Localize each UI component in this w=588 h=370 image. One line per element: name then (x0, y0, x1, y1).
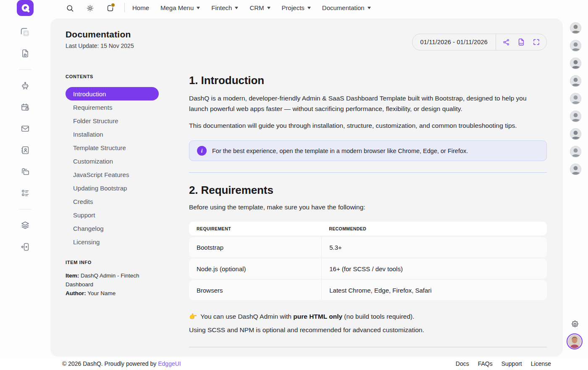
avatar-2[interactable] (570, 40, 582, 52)
robot-icon[interactable] (19, 80, 31, 92)
address-book-icon[interactable] (19, 144, 31, 156)
info-alert: i For the best experience, open the temp… (189, 140, 547, 161)
avatar-1[interactable] (570, 22, 582, 34)
last-update-text: Last Update: 15 Nov 2025 (66, 42, 134, 49)
footer-link-docs[interactable]: Docs (456, 360, 469, 367)
table-cell-requirement: Browsers (189, 280, 321, 300)
nav-item-label: Fintech (211, 4, 232, 11)
share-icon[interactable] (499, 34, 514, 50)
svg-text:PDF: PDF (520, 42, 523, 45)
chevron-down-icon (307, 7, 311, 9)
avatar-3[interactable] (570, 57, 582, 69)
author-label: Author: (66, 290, 86, 296)
footer-link-faqs[interactable]: FAQs (478, 360, 493, 367)
file-pdf-icon[interactable]: PDF (514, 34, 529, 50)
team-avatar-rail (570, 22, 582, 175)
nav-item-projects[interactable]: Projects (282, 4, 311, 11)
copyright-pre: © 2026 DashQ. Proudly powered by (62, 360, 158, 367)
nav-item-fintech[interactable]: Fintech (211, 4, 238, 11)
nav-item-label: Home (132, 4, 149, 11)
nav-item-mega-menu[interactable]: Mega Menu (160, 4, 200, 11)
left-icon-rail (0, 26, 50, 253)
item-label: Item: (66, 272, 79, 279)
note-pre: You can use DashQ Admin with (199, 313, 293, 320)
logo-q-icon (20, 3, 31, 14)
navbar-divider (124, 3, 125, 12)
section-1-title: 1. Introduction (189, 74, 547, 87)
current-user-avatar[interactable] (567, 333, 583, 349)
note-bold: pure HTML only (293, 313, 342, 320)
toc-item-installation[interactable]: Installation (66, 127, 159, 141)
avatar-5[interactable] (570, 92, 582, 105)
avatar-9[interactable] (570, 163, 582, 175)
table-body: Bootstrap5.3+Node.js (optional)16+ (for … (189, 237, 547, 300)
contents-label: CONTENTS (66, 74, 159, 79)
toc-item-introduction[interactable]: Introduction (66, 87, 159, 100)
nav-item-label: Mega Menu (160, 4, 194, 11)
main-nav: HomeMega MenuFintechCRMProjectsDocumenta… (132, 0, 371, 15)
contents-list: IntroductionRequirementsFolder Structure… (66, 87, 159, 248)
layers-icon[interactable] (19, 219, 31, 231)
table-row: Bootstrap5.3+ (189, 237, 547, 257)
toc-item-requirements[interactable]: Requirements (66, 100, 159, 114)
nav-item-label: Documentation (322, 4, 365, 11)
mail-icon[interactable] (19, 123, 31, 135)
main-content-card: Documentation Last Update: 15 Nov 2025 0… (50, 18, 563, 357)
note-post: (no build tools required). (342, 313, 414, 320)
square-plus-icon[interactable] (19, 26, 31, 38)
chevron-down-icon (197, 7, 200, 9)
intro-paragraph-1: DashQ is a modern, developer-friendly Ad… (189, 93, 547, 114)
toc-item-credits[interactable]: Credits (66, 195, 159, 208)
edggeui-link[interactable]: EdggeUI (158, 360, 181, 367)
toc-item-customization[interactable]: Customization (66, 154, 159, 168)
table-cell-requirement: Bootstrap (189, 237, 321, 257)
calendar-clock-icon[interactable] (19, 101, 31, 113)
section-divider-2 (189, 347, 547, 347)
avatar-4[interactable] (570, 75, 582, 87)
doc-content: 1. Introduction DashQ is a modern, devel… (189, 74, 547, 357)
footer-link-license[interactable]: License (531, 360, 551, 367)
info-icon: i (197, 146, 207, 156)
table-header-row: REQUIREMENT RECOMMENDED (189, 222, 547, 235)
toc-item-updating-bootstrap[interactable]: Updating Bootstrap (66, 181, 159, 195)
search-icon[interactable] (64, 2, 76, 14)
footer-link-support[interactable]: Support (501, 360, 522, 367)
nav-item-crm[interactable]: CRM (249, 4, 270, 11)
date-range-picker[interactable]: 01/11/2026 - 01/11/2026 (412, 39, 496, 45)
header-actions: 01/11/2026 - 01/11/2026 PDF (412, 34, 547, 50)
avatar-8[interactable] (570, 145, 582, 158)
chevron-down-icon (235, 7, 238, 9)
sun-icon[interactable] (84, 2, 96, 14)
toc-item-template-structure[interactable]: Template Structure (66, 141, 159, 154)
avatar-6[interactable] (570, 110, 582, 122)
toc-item-javascript-features[interactable]: JavaScript Features (66, 168, 159, 181)
folders-icon[interactable] (19, 166, 31, 177)
file-approve-icon[interactable] (19, 48, 31, 59)
avatar-7[interactable] (570, 128, 582, 140)
table-header-requirement: REQUIREMENT (189, 226, 321, 231)
chevron-down-icon (267, 7, 270, 9)
list-checks-icon[interactable] (19, 187, 31, 199)
settings-gear-icon[interactable] (571, 320, 579, 328)
html-only-note: 👉 You can use DashQ Admin with pure HTML… (189, 312, 547, 336)
notification-icon[interactable] (104, 2, 116, 14)
toc-item-changelog[interactable]: Changelog (66, 222, 159, 235)
nav-item-home[interactable]: Home (132, 4, 149, 11)
chevron-down-icon (368, 7, 371, 9)
item-info-text: Item: DashQ Admin - Fintech Dashboard Au… (66, 271, 159, 298)
topnav-icon-group (64, 2, 116, 14)
requirements-table: REQUIREMENT RECOMMENDED Bootstrap5.3+Nod… (189, 222, 547, 300)
table-row: BrowsersLatest Chrome, Edge, Firefox, Sa… (189, 280, 547, 300)
nav-item-label: CRM (249, 4, 264, 11)
nav-item-documentation[interactable]: Documentation (322, 4, 371, 11)
logout-icon[interactable] (19, 241, 31, 253)
page-footer: © 2026 DashQ. Proudly powered by EdggeUI… (0, 359, 588, 370)
contents-sidebar: CONTENTS IntroductionRequirementsFolder … (66, 74, 159, 357)
fullscreen-icon[interactable] (529, 34, 544, 50)
top-navbar: HomeMega MenuFintechCRMProjectsDocumenta… (0, 0, 588, 18)
toc-item-support[interactable]: Support (66, 208, 159, 222)
brand-logo[interactable] (17, 0, 34, 16)
info-alert-text: For the best experience, open the templa… (212, 148, 468, 154)
toc-item-licensing[interactable]: Licensing (66, 235, 159, 248)
toc-item-folder-structure[interactable]: Folder Structure (66, 114, 159, 127)
